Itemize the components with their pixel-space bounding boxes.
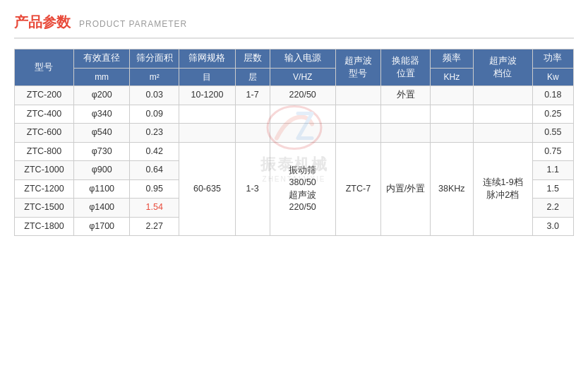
table-cell: φ340	[73, 105, 129, 124]
table-cell: 3.0	[532, 217, 573, 236]
table-cell: φ900	[73, 161, 129, 180]
table-cell: φ200	[73, 86, 129, 105]
table-cell: ZTC-1500	[15, 199, 74, 218]
table-cell: 0.03	[130, 86, 179, 105]
col-sub-khz: KHz	[431, 68, 474, 86]
table-cell	[473, 124, 532, 143]
table-cell	[235, 105, 270, 124]
table-cell: 60-635	[179, 142, 235, 236]
col-header-freq: 频率	[431, 49, 474, 69]
table-row: ZTC-200φ2000.0310-12001-7220/50外置0.18	[15, 86, 574, 105]
table-cell: φ540	[73, 124, 129, 143]
table-cell: ZTC-400	[15, 105, 74, 124]
col-sub-mm: mm	[73, 68, 129, 86]
table-cell	[381, 105, 431, 124]
col-sub-m2: m²	[130, 68, 179, 86]
table-cell	[235, 124, 270, 143]
col-header-power: 输入电源	[270, 49, 335, 69]
params-table: 型号 有效直径 筛分面积 筛网规格 层数 输入电源 超声波型号 换能器位置 频率…	[14, 49, 574, 236]
table-cell: 38KHz	[431, 142, 474, 236]
table-cell: 1.54	[130, 199, 179, 218]
table-cell: 0.18	[532, 86, 573, 105]
table-cell: 内置/外置	[381, 142, 431, 236]
table-cell: φ1700	[73, 217, 129, 236]
table-cell: 2.2	[532, 199, 573, 218]
table-cell: 1.5	[532, 179, 573, 199]
col-header-level: 超声波档位	[473, 49, 532, 86]
table-cell	[179, 105, 235, 124]
table-cell: ZTC-1200	[15, 179, 74, 199]
table-cell: 1-7	[235, 86, 270, 105]
col-sub-layer-unit: 层	[235, 68, 270, 86]
page-header: 产品参数 PRODUCT PARAMETER	[14, 13, 574, 39]
table-cell: 0.09	[130, 105, 179, 124]
col-header-layer: 层数	[235, 49, 270, 69]
table-cell: 10-1200	[179, 86, 235, 105]
table-cell: 0.42	[130, 142, 179, 161]
col-header-watt: 功率	[532, 49, 573, 69]
col-header-trans: 超声波型号	[335, 49, 380, 86]
col-header-area: 筛分面积	[130, 49, 179, 69]
table-cell: ZTC-7	[335, 142, 380, 236]
table-cell: 1-3	[235, 142, 270, 236]
col-header-mesh: 筛网规格	[179, 49, 235, 69]
table-cell: 0.64	[130, 161, 179, 180]
table-cell	[431, 105, 474, 124]
table-cell	[431, 86, 474, 105]
table-row: ZTC-800φ7300.4260-6351-3振动筛380/50超声波220/…	[15, 142, 574, 161]
col-sub-vhz: V/HZ	[270, 68, 335, 86]
col-header-model: 型号	[15, 49, 74, 86]
col-header-diam: 有效直径	[73, 49, 129, 69]
table-cell: φ1400	[73, 199, 129, 218]
table-cell: φ730	[73, 142, 129, 161]
table-cell: 0.95	[130, 179, 179, 199]
table-cell: 1.1	[532, 161, 573, 180]
table-cell	[335, 105, 380, 124]
col-header-pos: 换能器位置	[381, 49, 431, 86]
table-cell	[431, 124, 474, 143]
table-cell	[473, 86, 532, 105]
table-cell: φ1100	[73, 179, 129, 199]
page-title-cn: 产品参数	[14, 13, 71, 32]
table-cell: 振动筛380/50超声波220/50	[270, 142, 335, 236]
table-cell	[381, 124, 431, 143]
col-sub-kw: Kw	[532, 68, 573, 86]
table-cell: ZTC-600	[15, 124, 74, 143]
header-row-1: 型号 有效直径 筛分面积 筛网规格 层数 输入电源 超声波型号 换能器位置 频率…	[15, 49, 574, 69]
table-cell	[270, 124, 335, 143]
table-cell: 外置	[381, 86, 431, 105]
page-title-en: PRODUCT PARAMETER	[79, 19, 187, 29]
table-cell: 0.25	[532, 105, 573, 124]
table-cell: 0.75	[532, 142, 573, 161]
table-cell	[179, 124, 235, 143]
table-cell: ZTC-1800	[15, 217, 74, 236]
table-row: ZTC-600φ5400.230.55	[15, 124, 574, 143]
col-sub-mesh-unit: 目	[179, 68, 235, 86]
table-cell: 连续1-9档脉冲2档	[473, 142, 532, 236]
table-cell	[473, 105, 532, 124]
table-cell	[270, 105, 335, 124]
table-cell	[335, 124, 380, 143]
table-cell: ZTC-200	[15, 86, 74, 105]
table-cell: 0.55	[532, 124, 573, 143]
page: 产品参数 PRODUCT PARAMETER 振泰机械 ZHENTAIJIXIE	[0, 0, 588, 390]
table-cell: 220/50	[270, 86, 335, 105]
table-body: ZTC-200φ2000.0310-12001-7220/50外置0.18ZTC…	[15, 86, 574, 236]
table-cell	[335, 86, 380, 105]
table-cell: 0.23	[130, 124, 179, 143]
table-cell: 2.27	[130, 217, 179, 236]
table-wrapper: 振泰机械 ZHENTAIJIXIE 型号 有效直径	[14, 49, 574, 236]
table-cell: ZTC-1000	[15, 161, 74, 180]
table-cell: ZTC-800	[15, 142, 74, 161]
table-row: ZTC-400φ3400.090.25	[15, 105, 574, 124]
